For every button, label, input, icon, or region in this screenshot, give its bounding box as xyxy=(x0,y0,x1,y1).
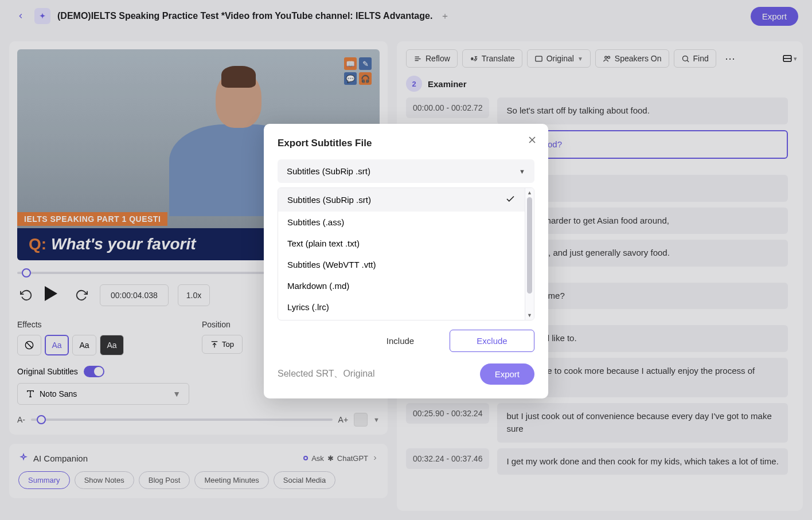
option-txt[interactable]: Text (plain text .txt) xyxy=(278,233,525,254)
dropdown-scrollbar[interactable]: ▲ ▼ xyxy=(525,188,534,320)
format-select[interactable]: Subtitles (SubRip .srt) ▼ xyxy=(278,159,534,183)
check-icon xyxy=(505,194,516,206)
modal-export-button[interactable]: Export xyxy=(480,363,534,385)
option-vtt[interactable]: Subtitles (WebVTT .vtt) xyxy=(278,254,525,275)
option-ass[interactable]: Subtitles (.ass) xyxy=(278,212,525,233)
option-srt[interactable]: Subtitles (SubRip .srt) xyxy=(278,188,525,212)
include-button[interactable]: Include xyxy=(358,330,443,352)
format-selected: Subtitles (SubRip .srt) xyxy=(287,166,370,176)
exclude-button[interactable]: Exclude xyxy=(450,330,534,352)
close-button[interactable] xyxy=(526,134,538,146)
export-modal: Export Subtitles File Subtitles (SubRip … xyxy=(264,124,548,398)
modal-title: Export Subtitles File xyxy=(278,138,534,149)
modal-overlay[interactable]: Export Subtitles File Subtitles (SubRip … xyxy=(0,0,812,520)
option-pdf[interactable]: PDF (.pdf) xyxy=(278,318,525,320)
option-md[interactable]: Markdown (.md) xyxy=(278,275,525,296)
format-dropdown: Subtitles (SubRip .srt) Subtitles (.ass)… xyxy=(278,187,534,320)
option-lrc[interactable]: Lyrics (.lrc) xyxy=(278,296,525,318)
chevron-down-icon: ▼ xyxy=(519,168,525,175)
modal-summary: Selected SRT、Original xyxy=(278,368,375,380)
